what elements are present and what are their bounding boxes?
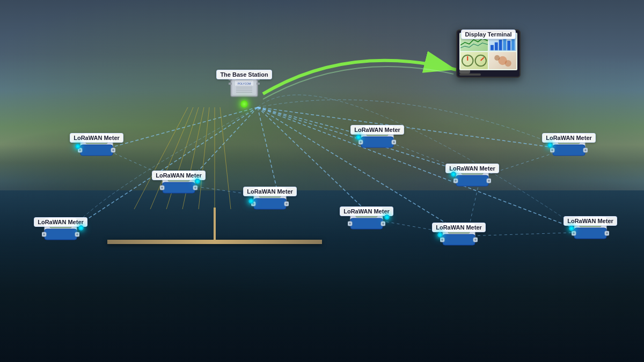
meter-9-container: LoRaWAN Meter [550, 133, 588, 159]
svg-rect-108 [361, 137, 393, 147]
display-terminal-container: Display Terminal [456, 29, 521, 78]
water-area [0, 190, 644, 362]
meter-3-container: LoRaWAN Meter [251, 187, 289, 212]
meter-7-container: LoRaWAN Meter [348, 206, 385, 232]
svg-rect-30 [257, 83, 260, 85]
svg-point-51 [475, 55, 486, 66]
base-station-label: The Base Station [216, 70, 272, 79]
svg-point-54 [505, 60, 511, 67]
svg-point-143 [382, 223, 384, 225]
meter-4-signal-dot [78, 225, 84, 231]
svg-point-116 [360, 141, 362, 143]
meter-6-signal-dot [451, 172, 456, 177]
meter-5-label: LoRaWAN Meter [350, 125, 404, 135]
base-station-container: The Base Station POLYCOM [225, 70, 263, 108]
svg-point-156 [474, 239, 477, 241]
svg-point-64 [79, 149, 81, 151]
meter-7-signal-dot [384, 215, 390, 220]
svg-rect-28 [229, 83, 232, 85]
meter-5-container: LoRaWAN Meter [358, 125, 396, 151]
meter-8-container: LoRaWAN Meter [440, 223, 478, 248]
svg-point-129 [455, 180, 457, 182]
svg-point-104 [76, 233, 78, 235]
svg-point-103 [43, 233, 45, 235]
svg-rect-49 [511, 39, 515, 50]
meter-6-container: LoRaWAN Meter [453, 164, 491, 189]
base-station-signal-dot [240, 100, 248, 108]
svg-rect-46 [499, 40, 502, 50]
bridge [107, 240, 322, 244]
display-terminal-label: Display Terminal [461, 29, 515, 39]
meter-2-container: LoRaWAN Meter [160, 171, 197, 196]
screen-gauges [460, 52, 488, 69]
svg-rect-147 [443, 234, 475, 245]
terminal-base [459, 73, 481, 76]
meter-1-label: LoRaWAN Meter [70, 133, 123, 143]
svg-rect-56 [80, 145, 113, 156]
svg-point-142 [349, 223, 351, 225]
svg-point-168 [551, 149, 553, 151]
meter-9-signal-dot [547, 143, 553, 148]
meter-10-label: LoRaWAN Meter [564, 216, 617, 226]
svg-rect-173 [574, 228, 606, 239]
screen-data [489, 52, 516, 69]
svg-point-117 [393, 141, 395, 143]
meter-1-container: LoRaWAN Meter [78, 133, 115, 159]
svg-rect-69 [163, 182, 195, 193]
svg-rect-82 [254, 198, 286, 209]
svg-rect-44 [491, 45, 494, 50]
svg-rect-121 [456, 175, 488, 186]
svg-point-182 [606, 232, 608, 234]
svg-point-77 [161, 187, 163, 189]
meter-4-container: LoRaWAN Meter [42, 217, 79, 243]
svg-point-155 [441, 239, 443, 241]
svg-rect-48 [507, 41, 510, 50]
svg-rect-134 [350, 218, 383, 229]
meter-5-signal-dot [356, 135, 361, 140]
meter-10-signal-dot [569, 226, 574, 231]
meter-10-container: LoRaWAN Meter [572, 216, 609, 242]
svg-point-169 [584, 149, 587, 151]
meter-3-label: LoRaWAN Meter [243, 187, 297, 196]
svg-text:POLYCOM: POLYCOM [238, 82, 251, 85]
meter-3-signal-dot [248, 198, 254, 204]
svg-rect-160 [553, 145, 585, 156]
svg-point-91 [286, 203, 288, 205]
meter-1-signal-dot [75, 144, 80, 149]
svg-rect-95 [45, 229, 77, 240]
svg-point-181 [573, 232, 575, 234]
meter-8-label: LoRaWAN Meter [432, 223, 486, 232]
svg-point-78 [194, 187, 196, 189]
svg-point-65 [112, 149, 114, 151]
meter-8-signal-dot [437, 232, 443, 238]
meter-2-signal-dot [195, 179, 200, 184]
svg-rect-45 [495, 42, 498, 50]
svg-point-53 [494, 55, 500, 61]
meter-9-label: LoRaWAN Meter [542, 133, 596, 143]
svg-point-130 [488, 180, 490, 182]
